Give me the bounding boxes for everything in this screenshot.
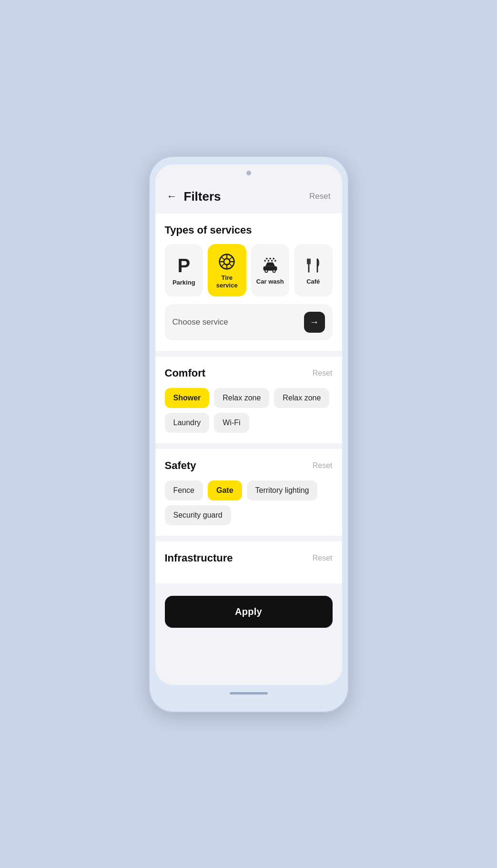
service-card-parking[interactable]: P Parking <box>165 244 203 296</box>
service-card-tire[interactable]: Tire service <box>208 244 246 296</box>
svg-line-9 <box>221 264 224 266</box>
svg-point-11 <box>269 258 271 260</box>
svg-point-15 <box>271 260 273 262</box>
safety-section-header: Safety Reset <box>165 460 333 472</box>
home-indicator <box>230 692 268 694</box>
infrastructure-section-header: Infrastructure Reset <box>165 552 333 564</box>
svg-point-19 <box>273 270 275 272</box>
carwash-label: Car wash <box>256 278 284 286</box>
svg-point-12 <box>273 258 274 260</box>
tag-wifi[interactable]: Wi-Fi <box>214 413 249 433</box>
phone-shell: ← Filters Reset Types of services P Park… <box>149 156 349 713</box>
back-button[interactable]: ← <box>167 190 177 203</box>
comfort-tags: Shower Relax zone Relax zone Laundry Wi-… <box>165 388 333 433</box>
tire-label: Tire service <box>212 274 243 289</box>
services-section: Types of services P Parking <box>155 214 342 351</box>
content: ← Filters Reset Types of services P Park… <box>155 182 342 685</box>
tag-relax-zone-1[interactable]: Relax zone <box>214 388 269 408</box>
phone-screen: ← Filters Reset Types of services P Park… <box>155 164 342 685</box>
svg-line-8 <box>230 257 233 259</box>
choose-service-row[interactable]: Choose service → <box>165 304 333 340</box>
tag-security-guard[interactable]: Security guard <box>165 505 231 525</box>
tag-fence[interactable]: Fence <box>165 480 203 500</box>
choose-service-arrow[interactable]: → <box>304 312 325 333</box>
safety-tags: Fence Gate Territory lighting Security g… <box>165 480 333 525</box>
cafe-label: Café <box>306 278 320 286</box>
service-card-cafe[interactable]: Café <box>294 244 333 296</box>
header-reset-button[interactable]: Reset <box>309 192 330 201</box>
services-grid: P Parking <box>165 244 333 296</box>
infrastructure-section: Infrastructure Reset <box>155 541 342 583</box>
safety-title: Safety <box>165 460 196 472</box>
svg-line-6 <box>221 257 224 259</box>
comfort-title: Comfort <box>165 367 206 379</box>
safety-section: Safety Reset Fence Gate Territory lighti… <box>155 449 342 536</box>
tag-relax-zone-2[interactable]: Relax zone <box>274 388 329 408</box>
comfort-reset-button[interactable]: Reset <box>313 369 333 378</box>
apply-bar: Apply <box>155 589 342 637</box>
parking-icon: P <box>177 256 190 275</box>
services-section-title: Types of services <box>165 224 333 236</box>
infrastructure-title: Infrastructure <box>165 552 233 564</box>
apply-button[interactable]: Apply <box>165 596 333 628</box>
svg-point-16 <box>274 260 276 262</box>
parking-label: Parking <box>172 279 195 286</box>
safety-reset-button[interactable]: Reset <box>313 461 333 470</box>
svg-point-18 <box>265 270 267 272</box>
svg-point-13 <box>264 260 266 262</box>
svg-point-10 <box>266 258 268 260</box>
header: ← Filters Reset <box>155 182 342 214</box>
comfort-section: Comfort Reset Shower Relax zone Relax zo… <box>155 357 342 443</box>
page-title: Filters <box>184 189 221 204</box>
tag-gate[interactable]: Gate <box>208 480 242 500</box>
tag-territory-lighting[interactable]: Territory lighting <box>247 480 318 500</box>
carwash-icon <box>262 257 279 274</box>
tag-shower[interactable]: Shower <box>165 388 210 408</box>
status-bar <box>155 164 342 182</box>
svg-line-7 <box>230 264 233 266</box>
tire-icon <box>218 253 235 270</box>
camera-dot <box>246 171 251 175</box>
tag-laundry[interactable]: Laundry <box>165 413 210 433</box>
cafe-icon <box>304 257 322 274</box>
header-left: ← Filters <box>167 189 221 204</box>
choose-service-text: Choose service <box>172 317 228 327</box>
phone-bottom <box>155 689 342 698</box>
service-card-carwash[interactable]: Car wash <box>251 244 290 296</box>
comfort-section-header: Comfort Reset <box>165 367 333 379</box>
svg-point-14 <box>267 260 269 262</box>
svg-point-1 <box>224 259 230 265</box>
infrastructure-reset-button[interactable]: Reset <box>313 554 333 562</box>
